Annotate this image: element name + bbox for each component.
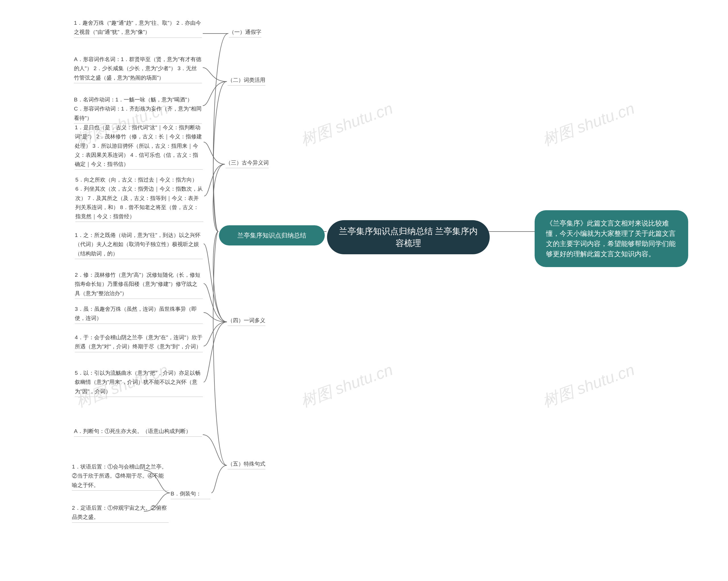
description-bubble[interactable]: 《兰亭集序》此篇文言文相对来说比较难懂，今天小编就为大家整理了关于此篇文言文的主… (535, 210, 688, 267)
category-2[interactable]: （二）词类活用 (228, 75, 265, 85)
detail-3b[interactable]: 5．向之所欢（向，古义：指过去｜今义：指方向） 6．列坐其次（次，古义：指旁边｜… (75, 175, 203, 222)
category-1[interactable]: （一）通假字 (229, 27, 261, 37)
detail-3a[interactable]: 1．是日也（是，古义：指代词"这"｜今义：指判断动词"是"） 2．茂林修竹（修，… (75, 122, 203, 170)
center-topic[interactable]: 兰亭集序知识点归纳总结 兰亭集序内容梳理 (327, 220, 490, 254)
detail-5b-label[interactable]: B．倒装句： (171, 489, 210, 499)
left-summary-pill[interactable]: 兰亭集序知识点归纳总结 (219, 225, 325, 246)
watermark: 树图 shutu.cn (298, 359, 396, 412)
detail-5b2[interactable]: 2．定语后置：①仰观宇宙之大。②俯察品类之盛。 (72, 503, 168, 523)
detail-2a[interactable]: A．形容词作名词：1．群贤毕至（贤，意为"有才有德的人"） 2．少长咸集（少长，… (74, 54, 202, 83)
detail-2b[interactable]: B．名词作动词：1．一觞一咏（觞，意为"喝酒"） C．形容词作动词：1．齐彭殇为… (74, 94, 202, 123)
category-5[interactable]: （五）特殊句式 (228, 459, 265, 469)
detail-5a[interactable]: A．判断句：①死生亦大矣。（语意山构成判断） (74, 426, 202, 437)
category-4[interactable]: （四）一词多义 (228, 315, 265, 326)
detail-5b1[interactable]: 1．状语后置：①会与会稽山阴之兰亭。②当于欣于所遇。③终期于尽。④不能喻之于怀。 (72, 462, 168, 491)
detail-4b[interactable]: 2．修：茂林修竹（意为"高"）况修短随化（长，修短指寿命长短）乃重修岳阳楼（意为… (75, 270, 203, 299)
detail-4a[interactable]: 1．之：所之既倦（动词，意为"往"，到达）以之兴怀（代词）夫人之相如（取消句子独… (75, 230, 203, 259)
detail-4e[interactable]: 5．以：引以为流觞曲水（意为"把"，介词）亦足以畅叙幽情（意为"用来"，介词）犹… (75, 368, 203, 397)
detail-4d[interactable]: 4．于：会于会稽山阴之兰亭（意为"在"，连词"）欣于所遇（意为"对"，介词）终期… (75, 332, 203, 352)
watermark: 树图 shutu.cn (298, 98, 396, 151)
category-3[interactable]: （三）古今异义词 (226, 158, 269, 168)
watermark: 树图 shutu.cn (540, 359, 638, 412)
detail-1[interactable]: 1．趣舍万殊（"趣"通"趋"，意为"往、取"） 2．亦由今之视昔（"由"通"犹"… (74, 18, 202, 38)
detail-4c[interactable]: 3．虽：虽趣舍万殊（虽然，连词）虽世殊事异（即使，连词） (75, 304, 203, 324)
watermark: 树图 shutu.cn (540, 98, 638, 151)
